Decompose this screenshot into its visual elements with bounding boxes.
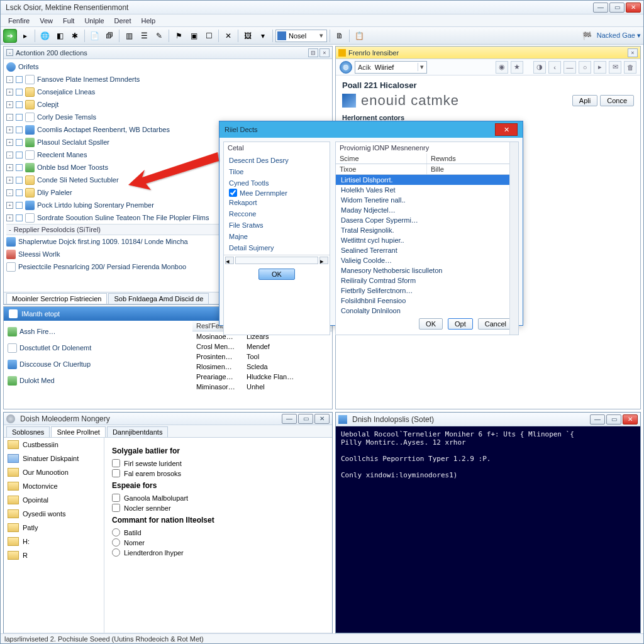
- radio-3[interactable]: Liendterdron lhyper: [112, 548, 325, 557]
- band-item[interactable]: Dulokt Med: [8, 372, 189, 389]
- main-close-button[interactable]: ✕: [626, 3, 641, 13]
- grid-row[interactable]: Prosinten… Tool: [192, 352, 332, 362]
- tool-icon-4[interactable]: ◧: [53, 29, 67, 43]
- tree-expander-icon[interactable]: +: [6, 101, 13, 108]
- tool-icon-5[interactable]: ✱: [68, 29, 82, 43]
- modal-list-item[interactable]: Valieig Coolde…: [336, 255, 518, 265]
- tree-checkbox[interactable]: [16, 152, 23, 158]
- tree-checkbox[interactable]: [16, 126, 23, 133]
- section2-expander-icon[interactable]: -: [9, 226, 11, 233]
- left-tab-2[interactable]: Sob Fnldaega Amd Discid de: [108, 293, 209, 304]
- tree-checkbox[interactable]: [16, 76, 23, 83]
- right-tab-close-icon[interactable]: ×: [628, 48, 638, 57]
- nav-play-icon[interactable]: ▸: [594, 61, 606, 74]
- modal-left-item[interactable]: Tiloe: [229, 166, 325, 177]
- tool-icon-11[interactable]: ⚑: [172, 29, 186, 43]
- tree-item[interactable]: - Fansove Plate Inemest Dmnderts: [6, 73, 330, 86]
- left-pane-tab[interactable]: Actontion 200 dlections: [16, 49, 307, 57]
- band-item[interactable]: Assh Fire…: [8, 323, 189, 340]
- nav-fwd-icon[interactable]: —: [564, 61, 576, 74]
- nav-back-icon[interactable]: ‹: [548, 61, 561, 74]
- modal-col-1[interactable]: Scime: [336, 153, 427, 164]
- modal-list-item[interactable]: Widom Tenetire nall..: [336, 195, 518, 205]
- tree-expander-icon[interactable]: -: [6, 152, 13, 158]
- radio-2[interactable]: Nomer: [112, 538, 325, 547]
- menu-fult[interactable]: Fult: [59, 16, 78, 26]
- subwin-close-button[interactable]: ✕: [314, 414, 330, 424]
- tool-icon-3[interactable]: 🌐: [38, 29, 52, 43]
- modal-list[interactable]: Lirtisel Dlshporrt.Holelkh Vales RetWido…: [336, 175, 518, 316]
- sublist-item[interactable]: Opointal: [4, 493, 104, 507]
- modal-left-check[interactable]: Mee Dernmpler: [229, 189, 325, 197]
- tool-icon-2[interactable]: ▸: [18, 29, 32, 43]
- sublist-item[interactable]: Oysedii wonts: [4, 507, 104, 521]
- modal-ok-button[interactable]: OK: [419, 318, 443, 330]
- tree-item[interactable]: + Colepjt: [6, 98, 330, 111]
- modal-left-item[interactable]: Detail Sujmery: [229, 242, 325, 253]
- modal-close-button[interactable]: ✕: [495, 123, 518, 136]
- tool-icon-17[interactable]: 🗎: [333, 29, 347, 43]
- modal-list-item[interactable]: Conolalty Dnlniloon: [336, 306, 518, 316]
- check-3[interactable]: Ganoola Malbolupart: [112, 494, 325, 502]
- sublist-item[interactable]: Our Munootion: [4, 465, 104, 479]
- modal-opt-button[interactable]: Opt: [448, 318, 473, 330]
- tree-expander-icon[interactable]: +: [6, 202, 13, 209]
- check-4[interactable]: Nocler sennber: [112, 504, 325, 512]
- tool-icon-7[interactable]: 🗊: [103, 29, 116, 43]
- tool-icon-8[interactable]: ▥: [122, 29, 136, 43]
- left-pane-pin-icon[interactable]: ⊟: [308, 48, 318, 57]
- modal-left-item[interactable]: Cyned Tootls: [229, 177, 325, 189]
- modal-list-item[interactable]: Dasera Coper Sypermi…: [336, 215, 518, 225]
- sublist-item[interactable]: Custbessiin: [4, 438, 104, 452]
- subwin-min-button[interactable]: —: [282, 414, 297, 424]
- subwin-max-button[interactable]: ▭: [298, 414, 313, 424]
- tree-checkbox[interactable]: [16, 139, 23, 146]
- console-close-button[interactable]: ✕: [623, 414, 638, 425]
- tree-expander-icon[interactable]: -: [6, 49, 13, 56]
- tool-icon-9[interactable]: ☰: [137, 29, 151, 43]
- check-1[interactable]: Firl sewste lurident: [112, 459, 325, 467]
- modal-list-item[interactable]: Fietbrlly Seliferctnorn…: [336, 286, 518, 296]
- console-max-button[interactable]: ▭: [606, 414, 621, 425]
- tool-icon-6[interactable]: 📄: [87, 29, 101, 43]
- tool-icon-15[interactable]: 🖼: [241, 29, 255, 43]
- globe-icon[interactable]: ◍: [340, 61, 352, 74]
- modal-list-item[interactable]: Holelkh Vales Ret: [336, 185, 518, 195]
- tool-icon-18[interactable]: 📋: [352, 29, 366, 43]
- main-minimize-button[interactable]: —: [593, 3, 608, 13]
- tree-checkbox[interactable]: [16, 214, 23, 221]
- tree-expander-icon[interactable]: -: [6, 76, 13, 83]
- sublist-item[interactable]: Patly: [4, 521, 104, 535]
- right-tool-label[interactable]: Nacked Gae ▾: [597, 31, 641, 40]
- menu-vew[interactable]: Vew: [36, 16, 57, 26]
- menu-fenfire[interactable]: Fenfire: [4, 16, 33, 26]
- modal-list-item[interactable]: Tratal Resignolik.: [336, 225, 518, 235]
- tree-expander-icon[interactable]: -: [6, 189, 13, 196]
- main-maximize-button[interactable]: ▭: [609, 3, 625, 13]
- addr-dropdown-icon[interactable]: ▾: [418, 63, 426, 71]
- sublist-item[interactable]: R: [4, 548, 104, 562]
- modal-left-item[interactable]: File Sratws: [229, 219, 325, 231]
- sub-tab-1[interactable]: Soblosnes: [6, 426, 50, 437]
- tree-checkbox[interactable]: [16, 164, 23, 171]
- modal-left-item[interactable]: Desecnt Des Desry: [229, 155, 325, 166]
- tree-checkbox[interactable]: [16, 101, 23, 108]
- modal-list-item[interactable]: Sealined Tererrant: [336, 245, 518, 255]
- modal-list-item[interactable]: Manesory Nethobersic lisculleton: [336, 265, 518, 275]
- grid-row[interactable]: Miminasor… Unhel: [192, 382, 332, 392]
- sublist-item[interactable]: Sinatuer Diskpaint: [4, 452, 104, 465]
- tool-go-icon[interactable]: ➔: [3, 29, 17, 43]
- modal-cancel-button[interactable]: Cancel: [478, 318, 513, 330]
- sublist-item[interactable]: Moctonvice: [4, 479, 104, 493]
- grid-row[interactable]: Preariage… Hludcke Flan…: [192, 372, 332, 382]
- modal-list-item[interactable]: Wetlittnt cycl hupier..: [336, 235, 518, 245]
- right-btn-apply[interactable]: Apli: [572, 95, 597, 106]
- nav-star-icon[interactable]: ★: [511, 61, 523, 74]
- sub-tab-3[interactable]: Dannjibentdants: [107, 426, 169, 437]
- right-tool-flag-icon[interactable]: 🏁: [580, 29, 594, 43]
- tool-icon-10[interactable]: ✎: [152, 29, 166, 43]
- address-bar[interactable]: Acik ▾: [355, 61, 427, 74]
- tree-checkbox[interactable]: [16, 177, 23, 184]
- nav-record-icon[interactable]: ◉: [496, 61, 508, 74]
- modal-scrollbar[interactable]: [509, 142, 518, 335]
